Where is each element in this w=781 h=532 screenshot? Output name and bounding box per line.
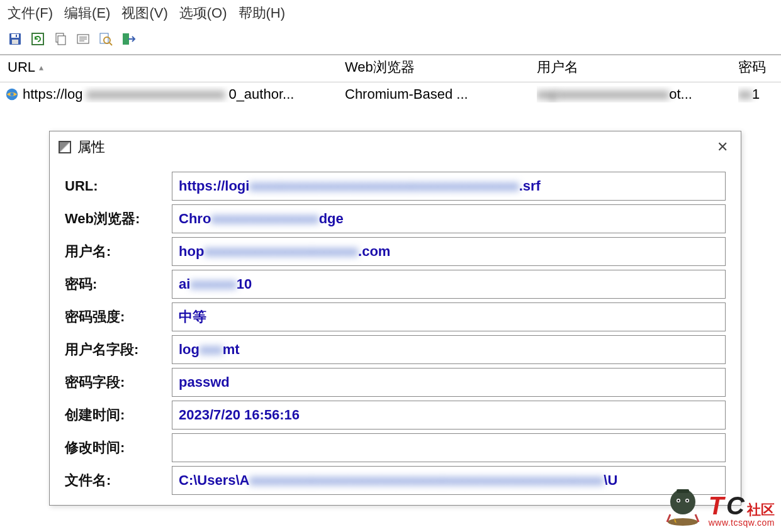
field-filename[interactable]: C:\Users\Axxxxxxxxxxxxxxxxxxxxxxxxxxxxxx… [172, 466, 726, 495]
close-icon[interactable]: ✕ [713, 139, 732, 155]
field-created[interactable]: 2023/7/20 16:56:16 [172, 401, 726, 429]
dialog-icon [59, 141, 71, 153]
menu-file[interactable]: 文件(F) [8, 4, 53, 23]
svg-point-17 [668, 518, 698, 526]
dialog-body: URL: https://logixxxxxxxxxxxxxxxxxxxxxxx… [50, 163, 741, 505]
table-header: URL ▴ Web浏览器 用户名 密码 [0, 55, 781, 82]
menu-view[interactable]: 视图(V) [121, 4, 167, 23]
menu-options[interactable]: 选项(O) [179, 4, 227, 23]
svg-line-13 [110, 43, 112, 45]
copy-icon[interactable] [52, 30, 69, 48]
svg-rect-6 [58, 36, 65, 45]
watermark-cn: 社区 [747, 503, 775, 517]
label-user: 用户名: [65, 242, 172, 261]
menu-help[interactable]: 帮助(H) [239, 4, 286, 23]
dialog-titlebar[interactable]: 属性 ✕ [50, 131, 741, 163]
browser-icon [5, 87, 19, 101]
save-icon[interactable] [6, 30, 24, 48]
column-user[interactable]: 用户名 [537, 58, 738, 77]
field-user[interactable]: hopxxxxxxxxxxxxxxxxxxxx.com [172, 237, 726, 266]
column-password[interactable]: 密码 [738, 58, 781, 77]
refresh-icon[interactable] [29, 30, 47, 48]
label-url: URL: [65, 178, 172, 194]
field-browser[interactable]: Chroxxxxxxxxxxxxxxdge [172, 204, 726, 233]
svg-point-16 [10, 92, 14, 96]
svg-rect-14 [123, 33, 129, 45]
menu-bar: 文件(F) 编辑(E) 视图(V) 选项(O) 帮助(H) [0, 0, 781, 26]
svg-rect-1 [11, 34, 19, 38]
properties-dialog: 属性 ✕ URL: https://logixxxxxxxxxxxxxxxxxx… [49, 131, 741, 506]
label-browser: Web浏览器: [65, 209, 172, 228]
field-url[interactable]: https://logixxxxxxxxxxxxxxxxxxxxxxxxxxxx… [172, 172, 726, 201]
cell-user: xxpxxxxxxxxxxxxxxxxot... [537, 86, 738, 103]
column-browser[interactable]: Web浏览器 [345, 58, 537, 77]
cell-url: https://logxxxxxxxxxxxxxxxxxxxx0_author.… [0, 86, 345, 103]
toolbar [0, 26, 781, 55]
svg-rect-2 [12, 40, 18, 44]
exit-icon[interactable] [120, 30, 137, 48]
svg-rect-3 [16, 35, 17, 37]
label-passfield: 密码字段: [65, 373, 172, 392]
label-password: 密码: [65, 275, 172, 294]
cell-password: xx1 [738, 86, 781, 103]
label-created: 创建时间: [65, 406, 172, 424]
find-icon[interactable] [97, 30, 115, 48]
label-filename: 文件名: [65, 471, 172, 490]
field-userfield[interactable]: logxxxmt [172, 335, 726, 364]
menu-edit[interactable]: 编辑(E) [64, 4, 110, 23]
label-userfield: 用户名字段: [65, 340, 172, 359]
label-modified: 修改时间: [65, 438, 172, 457]
dialog-title: 属性 [77, 138, 713, 157]
properties-icon[interactable] [74, 30, 92, 48]
sort-asc-icon: ▴ [39, 62, 43, 72]
column-url[interactable]: URL ▴ [0, 58, 345, 77]
field-password[interactable]: aixxxxxx10 [172, 270, 726, 299]
watermark-url: www.tcsqw.com [709, 518, 775, 527]
field-strength[interactable]: 中等 [172, 302, 726, 331]
field-modified[interactable] [172, 433, 726, 462]
cell-browser: Chromium-Based ... [345, 86, 537, 103]
table-row[interactable]: https://logxxxxxxxxxxxxxxxxxxxx0_author.… [0, 82, 781, 106]
field-passfield[interactable]: passwd [172, 368, 726, 397]
label-strength: 密码强度: [65, 308, 172, 326]
